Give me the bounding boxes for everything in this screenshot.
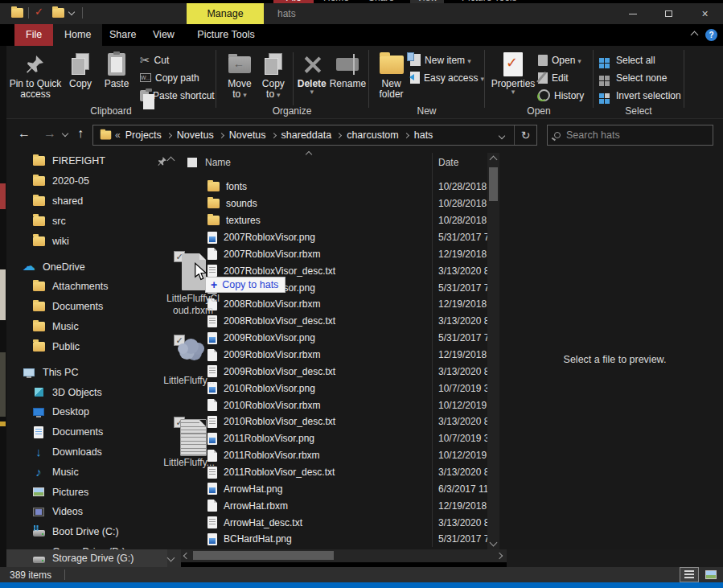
history-button[interactable]: History (538, 88, 584, 103)
file-row[interactable]: 2007RobloxVisor.png5/31/2017 7 (181, 229, 495, 246)
sidebar-item-2020-05[interactable]: 2020-05 (6, 171, 181, 191)
tab-home[interactable]: Home (53, 24, 102, 46)
back-icon[interactable]: ← (18, 126, 31, 141)
hscrollbar-thumb[interactable] (193, 551, 334, 560)
name-column-header[interactable]: Name (205, 157, 231, 168)
search-box[interactable] (547, 125, 713, 146)
sidebar-item-videos[interactable]: Videos (6, 502, 181, 522)
tab-picture-tools[interactable]: Picture Tools (187, 24, 265, 46)
file-row[interactable]: 2009RobloxVisor_desc.txt3/13/2020 8 (181, 363, 495, 380)
delete-button[interactable]: Delete ▾ (296, 49, 328, 94)
forward-icon[interactable]: → (43, 126, 56, 141)
sidebar-item-storage-drive[interactable]: Storage Drive (G:) (6, 549, 167, 567)
breadcrumb-segment[interactable]: Novetus (224, 130, 271, 141)
sidebar-item-documents[interactable]: Documents (6, 297, 181, 317)
breadcrumb-overflow[interactable]: « (115, 130, 121, 141)
select-none-button[interactable]: Select none (597, 70, 681, 85)
paste-shortcut-button[interactable]: Paste shortcut (140, 88, 215, 103)
file-row[interactable]: 2007RobloxVisor_desc.txt3/13/2020 8 (181, 262, 495, 279)
select-all-checkbox[interactable] (187, 158, 197, 167)
file-row[interactable]: 2011RobloxVisor.png10/7/2019 3 (181, 430, 495, 447)
scroll-up-icon[interactable] (490, 156, 498, 164)
collapse-ribbon-icon[interactable] (691, 31, 699, 39)
sidebar-item-documents[interactable]: Documents (6, 422, 181, 442)
recent-locations-chevron-icon[interactable] (62, 130, 68, 137)
sidebar-item-desktop[interactable]: Desktop (6, 402, 181, 422)
close-button[interactable]: × (687, 3, 723, 24)
sidebar-item-public[interactable]: Public (6, 336, 181, 356)
scrollbar-thumb[interactable] (489, 167, 498, 201)
address-bar[interactable]: « ProjectsNovetusNovetusshareddatacharcu… (92, 125, 537, 146)
qat-folder2-icon[interactable] (52, 8, 64, 18)
qat-customize-chevron-icon[interactable] (68, 9, 75, 15)
file-row[interactable]: 2009RobloxVisor.png5/31/2017 7 (181, 330, 495, 347)
sidebar-item-wiki[interactable]: wiki (6, 231, 181, 251)
sidebar-item-firefight[interactable]: FIREFIGHT (6, 151, 181, 171)
breadcrumb-segment[interactable]: Novetus (172, 130, 219, 141)
select-all-button[interactable]: Select all (597, 52, 681, 68)
details-view-button[interactable] (680, 567, 699, 582)
scroll-down-icon[interactable] (490, 539, 498, 547)
breadcrumb-chevron-icon[interactable] (271, 132, 277, 138)
cut-button[interactable]: ✂Cut (140, 52, 215, 68)
date-column-header[interactable]: Date (438, 157, 458, 168)
new-item-button[interactable]: New item (410, 52, 484, 68)
file-row[interactable]: ArrowHat_desc.txt3/13/2020 8 (181, 514, 495, 531)
sidebar-item-music[interactable]: Music (6, 317, 181, 337)
file-row[interactable]: ArrowHat.rbxm12/19/2018 (181, 497, 495, 514)
copy-button[interactable]: Copy (63, 49, 98, 89)
sidebar-item-this-pc[interactable]: This PC (6, 362, 181, 382)
move-to-button[interactable]: Move to (223, 49, 257, 101)
file-row[interactable]: 2008RobloxVisor_desc.txt3/13/2020 8 (181, 313, 495, 330)
edit-button[interactable]: Edit (538, 70, 584, 85)
qat-folder-icon[interactable] (11, 8, 23, 18)
search-input[interactable] (566, 130, 695, 141)
file-row[interactable]: 2011RobloxVisor.rbxm10/12/2019 (181, 447, 495, 464)
file-row[interactable]: 2010RobloxVisor_desc.txt3/13/2020 8 (181, 413, 495, 430)
address-dropdown-button[interactable] (490, 130, 514, 141)
thumbnails-view-button[interactable] (701, 567, 721, 582)
easy-access-button[interactable]: Easy access (410, 70, 484, 85)
sidebar-item-boot-drive-c-[interactable]: Boot Drive (C:) (6, 522, 181, 542)
sidebar-item-pictures[interactable]: Pictures (6, 482, 181, 502)
breadcrumb-chevron-icon[interactable] (336, 132, 342, 138)
minimize-button[interactable] (614, 3, 651, 24)
file-row[interactable]: 2008RobloxVisor.png5/31/2017 7 (181, 279, 495, 296)
sidebar-item-attachments[interactable]: Attachments (6, 277, 181, 297)
tab-share[interactable]: Share (98, 24, 147, 46)
vertical-scrollbar[interactable] (487, 153, 499, 549)
tab-view[interactable]: View (142, 24, 186, 46)
properties-button[interactable]: Properties ▾ (490, 49, 536, 94)
breadcrumb-segment[interactable]: shareddata (277, 130, 337, 141)
file-row[interactable]: 2011RobloxVisor_desc.txt3/13/2020 8 (181, 464, 495, 481)
invert-selection-button[interactable]: Invert selection (597, 88, 681, 103)
qat-check-icon[interactable] (34, 8, 46, 19)
sidebar-item-music[interactable]: Music (6, 462, 181, 482)
breadcrumb-chevron-icon[interactable] (219, 132, 224, 138)
up-icon[interactable]: ↑ (77, 126, 84, 141)
file-row[interactable]: 2007RobloxVisor.rbxm12/19/2018 (181, 245, 495, 262)
copy-to-button[interactable]: Copy to (257, 49, 290, 101)
horizontal-scrollbar[interactable] (181, 549, 507, 562)
maximize-button[interactable] (651, 3, 687, 24)
refresh-button[interactable]: ↻ (514, 125, 536, 145)
manage-contextual-tab[interactable]: Manage (187, 3, 264, 24)
breadcrumb-segment[interactable]: hats (409, 130, 438, 141)
open-button[interactable]: Open (538, 52, 584, 68)
tab-file[interactable]: File (14, 24, 53, 46)
file-row[interactable]: sounds10/28/2018 (181, 195, 495, 212)
file-row[interactable]: 2010RobloxVisor.png10/7/2019 3 (181, 380, 495, 397)
paste-button[interactable]: Paste (98, 49, 135, 89)
copy-path-button[interactable]: W…Copy path (140, 70, 215, 85)
help-icon[interactable]: ? (705, 29, 717, 41)
sidebar-item-downloads[interactable]: Downloads (6, 442, 181, 463)
breadcrumb-chevron-icon[interactable] (404, 132, 409, 138)
sidebar-item-3d-objects[interactable]: 3D Objects (6, 382, 181, 402)
file-row[interactable]: 2010RobloxVisor.rbxm10/12/2019 (181, 397, 495, 413)
file-row[interactable]: BCHardHat.png5/31/2017 7 (181, 531, 495, 548)
pin-to-quick-access-button[interactable]: Pin to Quick access (8, 49, 63, 100)
scroll-right-icon[interactable] (496, 553, 503, 559)
sidebar-scroll-down-icon[interactable] (167, 554, 175, 562)
file-row[interactable]: fonts10/28/2018 (181, 179, 495, 195)
rename-button[interactable]: Rename (328, 49, 368, 89)
